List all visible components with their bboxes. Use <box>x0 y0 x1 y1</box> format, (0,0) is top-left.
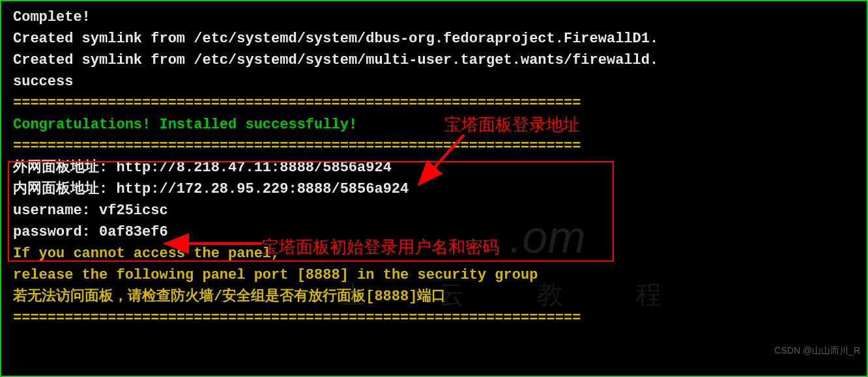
terminal-line-symlink1: Created symlink from /etc/systemd/system… <box>13 28 855 49</box>
panel-external-url: 外网面板地址: http://8.218.47.11:8888/5856a924 <box>13 157 855 178</box>
panel-internal-url: 内网面板地址: http://172.28.95.229:8888/5856a9… <box>13 178 855 200</box>
congrats-line: Congratulations! Installed successfully! <box>13 114 855 135</box>
separator-1: ========================================… <box>13 92 855 114</box>
panel-username: username: vf25icsc <box>13 200 855 221</box>
separator-2: ========================================… <box>13 135 855 157</box>
watermark-text: 上 云 教 程 <box>340 275 694 314</box>
terminal-line-success: success <box>13 71 855 92</box>
annotation-credentials: 宝塔面板初始登录用户名和密码 <box>262 234 499 260</box>
terminal-line-symlink2: Created symlink from /etc/systemd/system… <box>13 49 855 71</box>
annotation-login-url: 宝塔面板登录地址 <box>444 112 580 137</box>
watermark-logo: .om <box>510 203 586 272</box>
csdn-watermark: CSDN @山山而川_R <box>774 344 860 357</box>
terminal-line-complete: Complete! <box>13 7 855 28</box>
